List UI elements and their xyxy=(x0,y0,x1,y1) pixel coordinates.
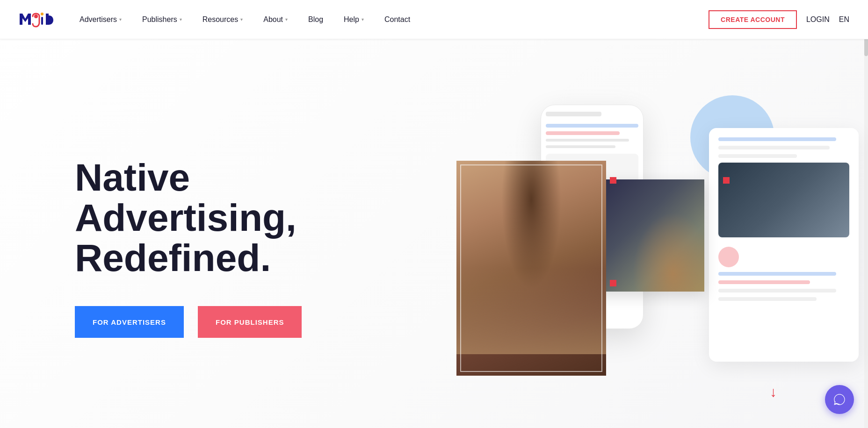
svg-point-3 xyxy=(41,13,43,15)
chat-icon xyxy=(833,393,846,406)
for-publishers-button[interactable]: FOR PUBLISHERS xyxy=(198,306,302,338)
header: Advertisers ▾ Publishers ▾ Resources ▾ A… xyxy=(0,0,868,39)
nav-actions: CREATE ACCOUNT LOGIN EN xyxy=(709,10,849,29)
chevron-down-icon: ▾ xyxy=(285,17,288,22)
red-dot-decoration-1 xyxy=(610,177,616,184)
scroll-arrow[interactable]: ↓ xyxy=(770,384,777,400)
chevron-down-icon: ▾ xyxy=(119,17,122,22)
nav-help[interactable]: Help ▾ xyxy=(344,15,364,24)
scrollbar-track xyxy=(864,0,868,428)
red-dot-decoration-2 xyxy=(723,177,730,184)
nav-resources[interactable]: Resources ▾ xyxy=(203,15,243,24)
content-card xyxy=(709,128,859,362)
main-nav: Advertisers ▾ Publishers ▾ Resources ▾ A… xyxy=(80,15,709,24)
nav-blog[interactable]: Blog xyxy=(308,15,323,24)
nav-advertisers[interactable]: Advertisers ▾ xyxy=(80,15,122,24)
hero-visual: ↓ xyxy=(447,39,868,428)
create-account-button[interactable]: CREATE ACCOUNT xyxy=(709,10,797,29)
hero-section: Native Advertising, Redefined. FOR ADVER… xyxy=(0,0,868,428)
logo[interactable] xyxy=(19,9,56,30)
for-advertisers-button[interactable]: FOR ADVERTISERS xyxy=(75,306,184,338)
svg-point-0 xyxy=(34,14,38,18)
chevron-down-icon: ▾ xyxy=(180,17,182,22)
hero-title: Native Advertising, Redefined. xyxy=(75,157,302,278)
nav-publishers[interactable]: Publishers ▾ xyxy=(142,15,182,24)
second-photo xyxy=(592,179,704,292)
chevron-down-icon: ▾ xyxy=(240,17,243,22)
red-dot-decoration-3 xyxy=(610,280,616,286)
nav-about[interactable]: About ▾ xyxy=(263,15,288,24)
main-photo xyxy=(456,161,606,376)
nav-contact[interactable]: Contact xyxy=(384,15,410,24)
chat-bubble-button[interactable] xyxy=(825,385,854,414)
language-selector[interactable]: EN xyxy=(839,15,849,24)
hero-buttons: FOR ADVERTISERS FOR PUBLISHERS xyxy=(75,306,302,338)
svg-rect-2 xyxy=(41,17,43,25)
login-button[interactable]: LOGIN xyxy=(806,15,830,24)
hero-content: Native Advertising, Redefined. FOR ADVER… xyxy=(0,129,302,338)
chevron-down-icon: ▾ xyxy=(362,17,364,22)
